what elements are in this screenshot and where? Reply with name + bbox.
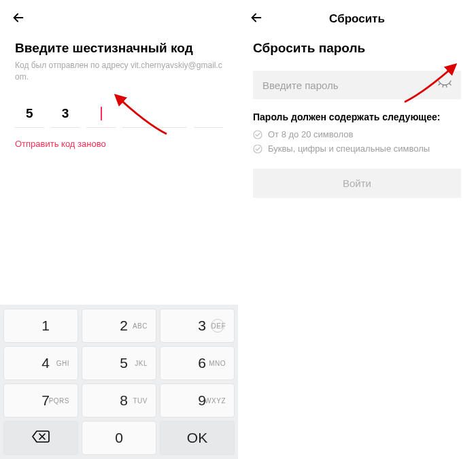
rules-title: Пароль должен содержать следующее:	[253, 112, 461, 122]
key-5[interactable]: 5JKL	[82, 346, 156, 380]
key-7[interactable]: 7PQRS	[3, 384, 78, 418]
screen-code-entry: Введите шестизначный код Код был отправл…	[0, 0, 238, 459]
rule-item: Буквы, цифры и специальные символы	[253, 143, 461, 154]
content: Введите шестизначный код Код был отправл…	[0, 34, 238, 156]
login-button[interactable]: Войти	[253, 169, 461, 198]
code-digit-2[interactable]: 3	[51, 101, 80, 128]
numeric-keyboard: 1 2ABC 3DEF 4GHI 5JKL 6MNO 7PQRS 8TUV 9W…	[0, 305, 238, 459]
page-title: Сбросить пароль	[253, 41, 461, 56]
code-input-row: 5 3	[15, 101, 223, 128]
header: Сбросить	[238, 0, 476, 34]
code-digit-6[interactable]	[194, 101, 223, 128]
header	[0, 0, 238, 34]
check-circle-icon	[253, 144, 262, 154]
backspace-icon	[31, 430, 50, 446]
password-rules: Пароль должен содержать следующее: От 8 …	[253, 112, 461, 154]
key-ok[interactable]: OK	[160, 421, 235, 455]
svg-point-0	[254, 131, 262, 139]
key-8[interactable]: 8TUV	[82, 384, 156, 418]
password-input[interactable]: Введите пароль	[253, 71, 461, 99]
code-digit-4[interactable]	[122, 101, 152, 128]
header-title: Сбросить	[249, 12, 465, 26]
key-2[interactable]: 2ABC	[82, 309, 156, 343]
key-4[interactable]: 4GHI	[3, 346, 78, 380]
key-9[interactable]: 9WXYZ	[160, 384, 235, 418]
back-icon[interactable]	[11, 10, 26, 28]
key-backspace[interactable]	[3, 421, 78, 455]
password-placeholder: Введите пароль	[262, 80, 339, 91]
key-6[interactable]: 6MNO	[160, 346, 235, 380]
screen-reset-password: Сбросить Сбросить пароль Введите пароль …	[238, 0, 476, 459]
page-title: Введите шестизначный код	[15, 41, 223, 56]
svg-point-1	[254, 145, 262, 153]
eye-hidden-icon[interactable]	[438, 79, 452, 91]
content: Сбросить пароль Введите пароль Пароль до…	[238, 34, 476, 205]
code-digit-3[interactable]	[86, 101, 116, 128]
key-3[interactable]: 3DEF	[160, 309, 235, 343]
rule-item: От 8 до 20 символов	[253, 129, 461, 139]
code-digit-5[interactable]	[158, 101, 188, 128]
page-subtitle: Код был отправлен по адресу vit.chernyav…	[15, 60, 223, 83]
key-0[interactable]: 0	[82, 421, 156, 455]
key-1[interactable]: 1	[3, 309, 78, 343]
resend-link[interactable]: Отправить код заново	[15, 139, 223, 149]
code-digit-1[interactable]: 5	[15, 101, 44, 128]
check-circle-icon	[253, 130, 262, 139]
